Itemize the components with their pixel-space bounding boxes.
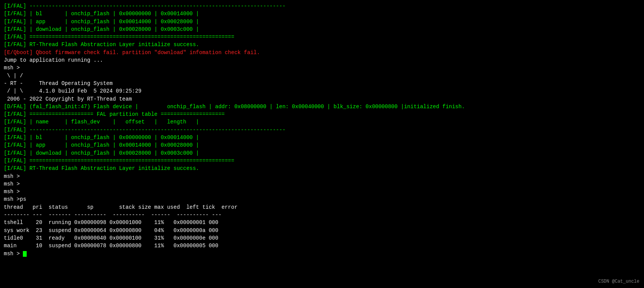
terminal-line: [I/FAL] | bl | onchip_flash | 0x00000000… [4,11,199,17]
terminal-line: [I/FAL] | name | flash_dev | offset | le… [4,119,199,125]
terminal-line: [I/FAL] ==================== FAL partiti… [4,111,225,117]
terminal-line: Jump to application running ... [4,57,103,63]
terminal-line: [I/FAL] RT-Thread Flash Abstraction Laye… [4,165,199,171]
terminal-line: [I/FAL] | app | onchip_flash | 0x0001400… [4,142,199,148]
terminal-line: -------- --- ------- ---------- --------… [4,212,221,218]
terminal-line: \ | / [4,73,23,79]
terminal-line: [D/FAL] (fal_flash_init:47) Flash device… [4,104,465,110]
terminal-line: [I/FAL] | download | onchip_flash | 0x00… [4,26,199,32]
terminal-line: sys work 23 suspend 0x00000064 0x0000080… [4,227,218,234]
terminal-line: thread pri status sp stack size max used… [4,204,237,210]
terminal-line: [E/Qboot] Qboot firmware check fail. par… [4,50,260,56]
watermark: CSDN @Cat_uncle [598,278,639,285]
terminal-line: [I/FAL] ================================… [4,158,234,164]
terminal-line: tidle0 31 ready 0x00000040 0x00000100 31… [4,235,218,241]
terminal-line: [I/FAL] | download | onchip_flash | 0x00… [4,150,199,156]
terminal-line: msh > [4,189,20,195]
terminal-line: [I/FAL] --------------------------------… [4,3,285,9]
terminal-cursor [23,251,27,257]
terminal-line: msh >ps [4,196,26,202]
terminal-line: 2006 - 2022 Copyright by RT-Thread team [4,96,132,102]
terminal-line: [I/FAL] ================================… [4,34,234,40]
terminal-line: msh > [4,173,20,179]
terminal-line: main 10 suspend 0x00000078 0x00000800 11… [4,243,218,249]
terminal-line: msh > [4,181,20,187]
terminal: [I/FAL] --------------------------------… [0,0,644,288]
terminal-prompt: msh > [4,251,23,257]
terminal-line: / | \ 4.1.0 build Feb 5 2024 09:25:29 [4,88,141,94]
terminal-line: tshell 20 running 0x00000098 0x00001000 … [4,219,218,226]
terminal-line: msh > [4,65,20,71]
terminal-line: [I/FAL] | bl | onchip_flash | 0x00000000… [4,134,199,141]
terminal-line: - RT - Thread Operating System [4,80,113,86]
terminal-line: [I/FAL] | app | onchip_flash | 0x0001400… [4,19,199,25]
terminal-line: [I/FAL] --------------------------------… [4,127,285,133]
terminal-line: [I/FAL] RT-Thread Flash Abstraction Laye… [4,42,199,48]
